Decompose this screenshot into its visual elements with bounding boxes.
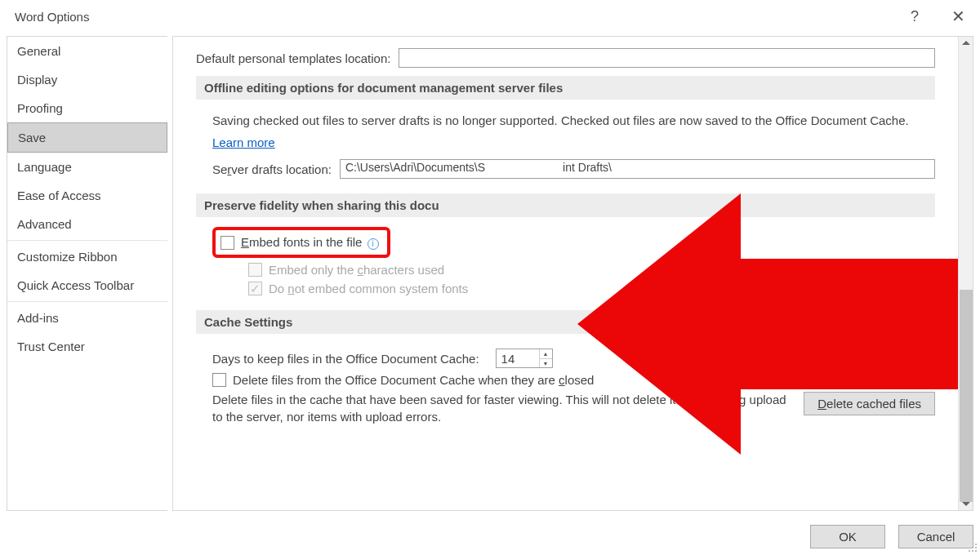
templates-location-row: Default personal templates location: (196, 48, 935, 68)
sidebar-item-customize-ribbon[interactable]: Customize Ribbon (7, 242, 167, 271)
embed-fonts-label: Embed fonts in the file i (241, 235, 379, 250)
delete-closed-label: Delete files from the Office Document Ca… (233, 373, 594, 387)
content-panel: Default personal templates location: Off… (172, 36, 973, 511)
embed-fonts-highlight: Embed fonts in the file i (212, 227, 390, 258)
sidebar-item-trust-center[interactable]: Trust Center (7, 332, 167, 361)
embed-fonts-checkbox[interactable] (220, 236, 234, 250)
sidebar: General Display Proofing Save Language E… (7, 36, 167, 511)
learn-more-link[interactable]: Learn more (212, 135, 275, 149)
do-not-embed-common-row: ✓ Do not embed common system fonts (248, 282, 935, 295)
do-not-embed-common-checkbox: ✓ (248, 282, 262, 295)
server-drafts-input[interactable]: C:\Users\Adri\Documents\S int Drafts\ (340, 159, 935, 179)
svg-rect-1 (975, 544, 977, 545)
cache-days-value[interactable]: 14 (497, 349, 539, 367)
do-not-embed-common-label: Do not embed common system fonts (269, 282, 468, 295)
spinner-up-icon[interactable]: ▲ (540, 349, 552, 359)
svg-rect-6 (975, 550, 977, 552)
close-icon[interactable]: ✕ (951, 7, 965, 26)
delete-closed-row: Delete files from the Office Document Ca… (212, 373, 935, 387)
sidebar-item-language[interactable]: Language (7, 153, 167, 181)
delete-cached-files-button[interactable]: Delete cached files (804, 392, 935, 415)
sidebar-item-general[interactable]: General (7, 37, 167, 65)
scroll-down-icon[interactable] (962, 502, 970, 506)
scroll-up-icon[interactable] (962, 41, 970, 45)
sidebar-separator (7, 240, 167, 241)
title-bar: Word Options ? ✕ (0, 0, 980, 29)
dialog-footer: OK Cancel (810, 525, 973, 548)
cache-delete-description: Delete files in the cache that have been… (212, 392, 787, 425)
spinner-down-icon[interactable]: ▼ (540, 359, 552, 368)
cancel-button[interactable]: Cancel (898, 525, 973, 548)
ok-button[interactable]: OK (810, 525, 885, 548)
window-controls: ? ✕ (911, 7, 965, 26)
embed-only-characters-label: Embed only the characters used (269, 263, 444, 277)
svg-rect-2 (972, 547, 973, 548)
offline-note: Saving checked out files to server draft… (212, 113, 935, 129)
scrollbar-thumb[interactable] (960, 290, 973, 502)
section-cache-header: Cache Settings (196, 310, 935, 334)
cache-days-row: Days to keep files in the Office Documen… (212, 349, 935, 368)
svg-rect-4 (969, 550, 970, 552)
sidebar-separator (7, 301, 167, 302)
dialog-title: Word Options (15, 10, 89, 24)
sidebar-item-display[interactable]: Display (7, 65, 167, 94)
delete-closed-checkbox[interactable] (212, 373, 226, 387)
embed-only-characters-checkbox (248, 263, 262, 277)
info-icon[interactable]: i (368, 238, 379, 250)
vertical-scrollbar[interactable] (958, 37, 973, 510)
embed-only-characters-row: Embed only the characters used (248, 263, 935, 277)
templates-location-label: Default personal templates location: (196, 51, 390, 65)
cache-days-label: Days to keep files in the Office Documen… (212, 352, 479, 366)
templates-location-input[interactable] (399, 48, 935, 68)
sidebar-item-add-ins[interactable]: Add-ins (7, 304, 167, 332)
server-drafts-label: Server drafts location: (212, 162, 332, 176)
server-drafts-row: Server drafts location: C:\Users\Adri\Do… (212, 159, 935, 179)
cache-days-spinner[interactable]: 14 ▲ ▼ (496, 349, 553, 368)
help-icon[interactable]: ? (911, 8, 919, 25)
sidebar-item-proofing[interactable]: Proofing (7, 94, 167, 122)
svg-rect-3 (975, 547, 977, 548)
sidebar-item-advanced[interactable]: Advanced (7, 210, 167, 238)
sidebar-item-save[interactable]: Save (7, 122, 167, 153)
svg-rect-5 (972, 550, 973, 552)
cache-delete-row: Delete files in the cache that have been… (212, 392, 935, 425)
content-scroll-area: Default personal templates location: Off… (173, 37, 958, 510)
sidebar-item-ease-of-access[interactable]: Ease of Access (7, 181, 167, 210)
resize-grip-icon[interactable] (967, 542, 978, 553)
sidebar-item-quick-access-toolbar[interactable]: Quick Access Toolbar (7, 271, 167, 300)
section-offline-header: Offline editing options for document man… (196, 76, 935, 100)
section-fidelity-header: Preserve fidelity when sharing this docu (196, 193, 935, 217)
dialog-body: General Display Proofing Save Language E… (0, 29, 980, 511)
spinner-buttons: ▲ ▼ (539, 349, 552, 367)
